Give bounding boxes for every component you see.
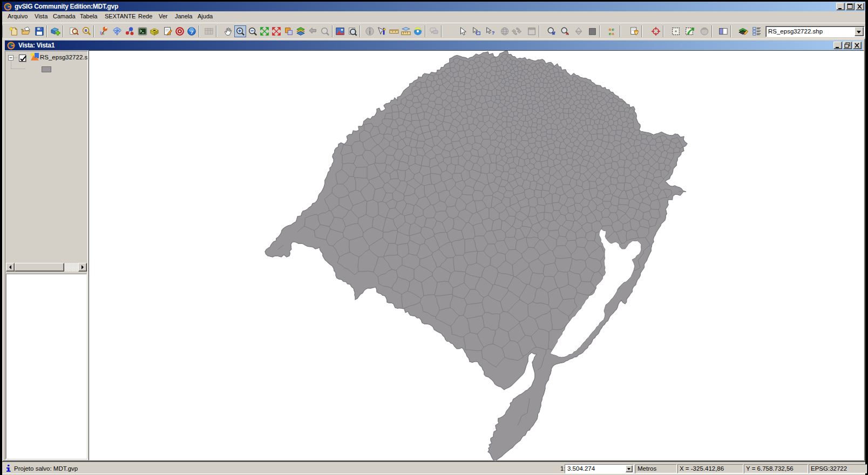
svg-text:?: ? [190,29,193,35]
svg-text:e: e [609,31,612,36]
svg-text:a: a [612,31,614,36]
svg-text:?: ? [492,30,494,36]
svg-text:B: B [84,28,87,32]
